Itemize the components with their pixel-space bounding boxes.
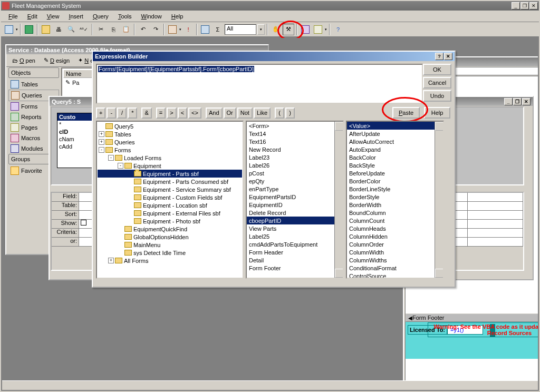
spell-icon[interactable]: ᴬᴮ✓ [78, 24, 90, 35]
query-table-box[interactable]: Custo * cID cNam cAdd [57, 113, 94, 168]
minimize-button[interactable]: _ [512, 2, 520, 9]
op-button-x[interactable]: ) [285, 107, 295, 119]
tree-item[interactable]: Equipment - External Files sbf [98, 209, 242, 217]
op-button-Or[interactable]: Or [224, 107, 236, 119]
mid-list-item[interactable]: Label25 [247, 232, 343, 240]
mid-list-item[interactable]: Form Footer [247, 264, 343, 272]
menu-help[interactable]: Help [167, 12, 188, 21]
tree-item[interactable]: -Loaded Forms [98, 154, 242, 162]
mid-list-item[interactable]: Delete Record [247, 209, 343, 217]
help-button[interactable]: Help [424, 107, 450, 119]
undo-icon[interactable]: ↶ [137, 24, 149, 35]
mid-list-item[interactable]: epQty [247, 177, 343, 185]
op-button-x[interactable]: * [128, 107, 137, 119]
right-list-item[interactable]: BorderLineStyle [347, 185, 443, 193]
op-button-xx[interactable]: <> [188, 107, 201, 119]
right-list-item[interactable]: ColumnHeads [347, 224, 443, 232]
tree-item[interactable]: MainMenu [98, 241, 242, 249]
tree-item[interactable]: Equipment - Parts sbf [98, 170, 242, 178]
expression-tree-pane[interactable]: Query5+Tables+Queries-Forms-Loaded Forms… [96, 121, 244, 279]
menu-insert[interactable]: Insert [64, 12, 88, 21]
mid-list-item[interactable]: Label23 [247, 153, 343, 161]
run-icon[interactable]: ! [182, 24, 194, 35]
mid-list-item[interactable]: Text16 [247, 138, 343, 145]
undo-button[interactable]: Undo [423, 90, 451, 102]
dialog-titlebar[interactable]: Expression Builder ? ✕ [93, 52, 455, 61]
tree-item[interactable]: -Forms [98, 146, 242, 154]
dlg-help-button[interactable]: ? [435, 53, 443, 60]
right-list-item[interactable]: BeforeUpdate [347, 169, 443, 177]
tree-item[interactable]: Query5 [98, 122, 242, 130]
tree-item[interactable]: Equipment - Parts Consumed sbf [98, 178, 242, 185]
menu-view[interactable]: View [43, 12, 64, 21]
tree-item[interactable]: -Equipment [98, 162, 242, 170]
db-design-button[interactable]: ✎ Design [40, 55, 73, 66]
redo-icon[interactable]: ↷ [150, 24, 161, 35]
right-list-item[interactable]: BoundColumn [347, 209, 443, 217]
right-list-item[interactable]: BackColor [347, 153, 443, 161]
menu-file[interactable]: File [4, 12, 22, 21]
newobj-icon[interactable] [312, 24, 324, 35]
right-list-item[interactable]: BackStyle [347, 161, 443, 169]
right-list-item[interactable]: BorderWidth [347, 201, 443, 209]
help-icon[interactable]: ? [332, 24, 344, 35]
mid-list-item[interactable]: Detail [247, 256, 343, 264]
mid-list-item[interactable]: Label26 [247, 161, 343, 169]
mid-list-item[interactable]: Text14 [247, 130, 343, 138]
print-icon[interactable]: 🖶 [53, 24, 64, 35]
mid-list-item[interactable]: enPartType [247, 185, 343, 193]
tree-item[interactable]: EquipmentQuickFind [98, 225, 242, 233]
grid-cell[interactable] [468, 193, 523, 202]
showtable-icon[interactable] [199, 24, 211, 35]
expression-textbox[interactable]: Forms![Equipment]![EquipmentPartssbf].Fo… [96, 64, 423, 104]
copy-icon[interactable]: ⎘ [108, 24, 119, 35]
form-footer-area[interactable]: Licensed To: =y1() Warning: See the VBA … [406, 322, 538, 359]
paste-icon[interactable]: 📋 [120, 24, 132, 35]
tree-item[interactable]: +All Forms [98, 257, 242, 264]
preview-icon[interactable]: 🔍 [65, 24, 77, 35]
qry-min[interactable]: _ [504, 98, 513, 105]
tree-item[interactable]: Equipment - Location sbf [98, 201, 242, 209]
restore-button[interactable]: ❐ [520, 2, 529, 9]
expression-mid-pane[interactable]: <Form>Text14Text16New RecordLabel23Label… [246, 121, 344, 279]
mid-list-item[interactable]: New Record [247, 145, 343, 153]
right-list-item[interactable]: ColumnCount [347, 217, 443, 224]
right-list-item[interactable]: ColumnWidths [347, 256, 443, 264]
grid-cell[interactable] [468, 229, 523, 238]
tree-item[interactable]: GlobalOptionsHidden [98, 233, 242, 241]
tree-item[interactable]: Equipment - Custom Fields sbf [98, 193, 242, 201]
toolbar-btn-1[interactable] [40, 24, 52, 35]
mid-list-item[interactable]: <Form> [247, 122, 343, 130]
dlg-close-button[interactable]: ✕ [444, 53, 452, 60]
qry-close[interactable]: ✕ [522, 98, 531, 105]
op-button-x[interactable]: = [156, 107, 166, 119]
paste-button[interactable]: Paste [392, 107, 420, 119]
scrollbar[interactable] [435, 122, 443, 278]
menu-window[interactable]: Window [137, 12, 166, 21]
mid-list-item[interactable]: View Parts [247, 224, 343, 232]
totals-icon[interactable]: Σ [212, 24, 224, 35]
properties-icon[interactable]: ✋ [270, 24, 282, 35]
cut-icon[interactable]: ✂ [95, 24, 107, 35]
mid-list-item[interactable]: Form Header [247, 248, 343, 256]
menu-edit[interactable]: Edit [23, 12, 42, 21]
save-icon[interactable] [23, 24, 35, 35]
right-list-item[interactable]: <Value> [347, 122, 443, 130]
op-button-And[interactable]: And [206, 107, 223, 119]
op-button-x[interactable]: < [178, 107, 187, 119]
dbwindow-icon[interactable] [300, 24, 311, 35]
grid-cell[interactable] [468, 220, 523, 229]
expression-right-pane[interactable]: <Value>AfterUpdateAllowAutoCorrectAutoEx… [346, 121, 444, 279]
op-button-x[interactable]: / [117, 107, 127, 119]
close-button[interactable]: ✕ [529, 2, 538, 9]
op-button-x[interactable]: + [96, 107, 105, 119]
tree-item[interactable]: Equipment - Photo sbf [98, 217, 242, 225]
toolbar-view-icon[interactable] [3, 24, 15, 35]
cancel-button[interactable]: Cancel [423, 77, 451, 89]
mid-list-item[interactable]: EquipmentID [247, 201, 343, 209]
op-button-Not[interactable]: Not [237, 107, 253, 119]
db-open-button[interactable]: 🗁 OOpenpen [8, 55, 39, 66]
mid-list-item[interactable]: EquipmentPartsID [247, 193, 343, 201]
grid-cell[interactable] [468, 211, 523, 220]
qry-max[interactable]: ❐ [513, 98, 522, 105]
